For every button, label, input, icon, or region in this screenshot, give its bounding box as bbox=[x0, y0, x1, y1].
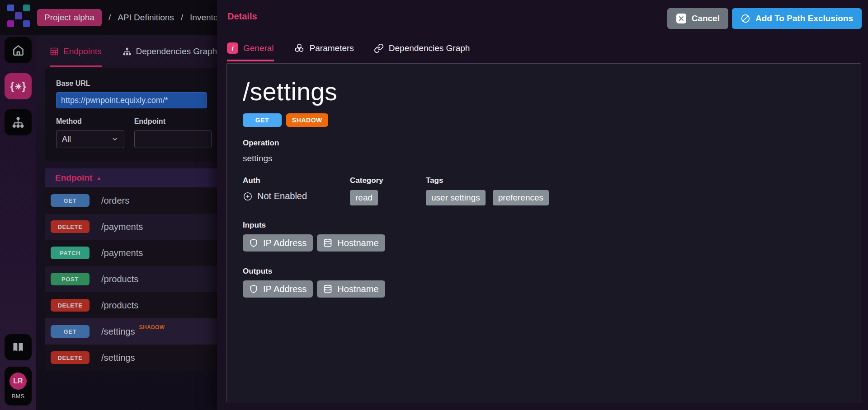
method-badge: DELETE bbox=[51, 351, 90, 364]
table-grid-icon bbox=[50, 47, 59, 56]
breadcrumb-separator: / bbox=[181, 13, 183, 23]
logo-square bbox=[7, 5, 14, 11]
avatar[interactable]: LR bbox=[9, 373, 27, 390]
tab-general[interactable]: i General bbox=[227, 42, 274, 61]
profile-team-label: BMS bbox=[12, 393, 24, 400]
cancel-button-label: Cancel bbox=[692, 14, 720, 23]
operation-label: Operation bbox=[243, 139, 844, 148]
sitemap-icon bbox=[123, 47, 132, 56]
endpoint-filter-input[interactable] bbox=[134, 130, 212, 148]
tag-chip: preferences bbox=[493, 190, 549, 205]
shield-icon bbox=[249, 284, 258, 294]
method-badge-get: GET bbox=[243, 113, 282, 127]
general-card: /settings GET SHADOW Operation settings … bbox=[226, 63, 861, 402]
table-row[interactable]: DELETE /products bbox=[45, 292, 222, 318]
add-button-label: Add To Path Exclusions bbox=[755, 14, 853, 23]
auth-value: Not Enabled bbox=[257, 191, 307, 201]
table-row[interactable]: GET /orders bbox=[45, 187, 222, 214]
breadcrumb-api-definitions[interactable]: API Definitions bbox=[118, 13, 174, 23]
page-title-endpoint-path: /settings bbox=[243, 77, 844, 106]
tab-parameters[interactable]: Parameters bbox=[294, 42, 354, 61]
method-label: Method bbox=[56, 117, 124, 126]
tab-dependencies-graph[interactable]: Dependencies Graph bbox=[123, 35, 217, 67]
link-icon bbox=[374, 43, 384, 53]
logo-square bbox=[23, 20, 30, 27]
logo-square bbox=[7, 20, 14, 27]
details-actions: Cancel Add To Path Exclusions bbox=[667, 8, 862, 29]
sidebar-item-dependencies[interactable] bbox=[5, 109, 32, 135]
endpoints-panel: Endpoints Dependencies Graph Base URL Me… bbox=[36, 35, 217, 410]
app-root: Project alpha / API Definitions / Invent… bbox=[0, 0, 868, 410]
endpoint-table: Endpoint ▲ GET /orders DELETE /payments … bbox=[45, 168, 222, 371]
tab-dependencies-label: Dependencies Graph bbox=[136, 47, 217, 56]
endpoint-column-header[interactable]: Endpoint ▲ bbox=[45, 168, 222, 187]
logo-square bbox=[15, 12, 22, 19]
sidebar-item-docs[interactable] bbox=[5, 334, 32, 360]
table-row[interactable]: PATCH /payments bbox=[45, 240, 222, 266]
endpoint-badges: GET SHADOW bbox=[243, 113, 844, 127]
output-chip-hostname[interactable]: Hostname bbox=[317, 280, 385, 298]
endpoint-rows: GET /orders DELETE /payments PATCH /paym… bbox=[45, 187, 222, 371]
endpoint-path: /products bbox=[101, 274, 138, 284]
ban-circle-icon bbox=[741, 14, 750, 23]
outputs-label: Outputs bbox=[243, 267, 844, 276]
meta-row: Auth Not Enabled Category read Tags user… bbox=[243, 176, 844, 205]
tab-dependencies-graph-label: Dependencies Graph bbox=[389, 43, 470, 53]
output-chip-ip-address[interactable]: IP Address bbox=[243, 280, 313, 298]
input-chip-ip-address[interactable]: IP Address bbox=[243, 234, 313, 252]
sitemap-icon bbox=[12, 116, 24, 129]
tab-endpoints-label: Endpoints bbox=[63, 47, 102, 56]
endpoint-path: /orders bbox=[101, 196, 129, 206]
profile-card[interactable]: LR BMS bbox=[5, 367, 32, 405]
table-row[interactable]: DELETE /settings bbox=[45, 345, 222, 371]
base-url-label: Base URL bbox=[56, 79, 212, 88]
database-icon bbox=[323, 238, 332, 247]
category-block: Category read bbox=[350, 176, 426, 205]
tags-block: Tags user settings preferences bbox=[426, 176, 549, 205]
table-row[interactable]: DELETE /payments bbox=[45, 214, 222, 240]
book-icon bbox=[12, 341, 24, 354]
breadcrumb-separator: / bbox=[108, 13, 111, 23]
method-badge: GET bbox=[51, 325, 90, 338]
details-panel: Details Cancel Add To Path Exclusions i … bbox=[217, 0, 868, 410]
input-chip-label: Hostname bbox=[337, 238, 378, 248]
base-url-input[interactable] bbox=[56, 92, 207, 108]
chevron-down-icon bbox=[111, 135, 118, 143]
cancel-button[interactable]: Cancel bbox=[667, 8, 728, 29]
endpoint-path: /products bbox=[101, 300, 138, 311]
input-chip-label: IP Address bbox=[263, 238, 307, 248]
info-icon: i bbox=[227, 42, 238, 54]
method-select[interactable]: All bbox=[56, 130, 124, 148]
shield-icon bbox=[249, 238, 258, 247]
table-row-selected[interactable]: GET /settings SHADOW bbox=[45, 318, 222, 345]
sidebar-item-api-definitions[interactable]: {} bbox=[5, 73, 32, 99]
database-icon bbox=[323, 284, 332, 294]
auth-block: Auth Not Enabled bbox=[243, 176, 350, 205]
input-chip-hostname[interactable]: Hostname bbox=[317, 234, 385, 252]
shadow-badge: SHADOW bbox=[286, 113, 328, 127]
endpoint-path: /payments bbox=[101, 222, 143, 232]
app-logo-icon[interactable] bbox=[7, 5, 30, 27]
endpoint-path: /settings bbox=[101, 326, 135, 337]
output-chip-label: Hostname bbox=[337, 284, 378, 294]
details-title: Details bbox=[227, 11, 257, 22]
endpoint-filter-label: Endpoint bbox=[134, 117, 212, 126]
add-to-path-exclusions-button[interactable]: Add To Path Exclusions bbox=[732, 8, 862, 29]
table-row[interactable]: POST /products bbox=[45, 266, 222, 292]
tab-endpoints[interactable]: Endpoints bbox=[50, 35, 102, 67]
method-badge: GET bbox=[51, 194, 90, 207]
endpoint-filters: Base URL Method All Endpoint bbox=[45, 68, 222, 162]
output-chip-label: IP Address bbox=[263, 284, 307, 294]
inputs-block: Inputs IP Address Hostname bbox=[243, 221, 844, 252]
outputs-block: Outputs IP Address Hostname bbox=[243, 267, 844, 298]
sidebar-item-home[interactable] bbox=[5, 37, 32, 63]
logo-square bbox=[23, 5, 30, 11]
category-label: Category bbox=[350, 176, 426, 185]
plus-circle-icon bbox=[243, 191, 253, 201]
method-badge: POST bbox=[51, 273, 90, 285]
operation-block: Operation settings bbox=[243, 139, 844, 163]
breadcrumb-project[interactable]: Project alpha bbox=[37, 9, 102, 26]
tab-dependencies-graph[interactable]: Dependencies Graph bbox=[374, 42, 470, 61]
hex-cluster-icon bbox=[294, 43, 305, 54]
breadcrumb: Project alpha / API Definitions / Invent… bbox=[37, 0, 225, 35]
